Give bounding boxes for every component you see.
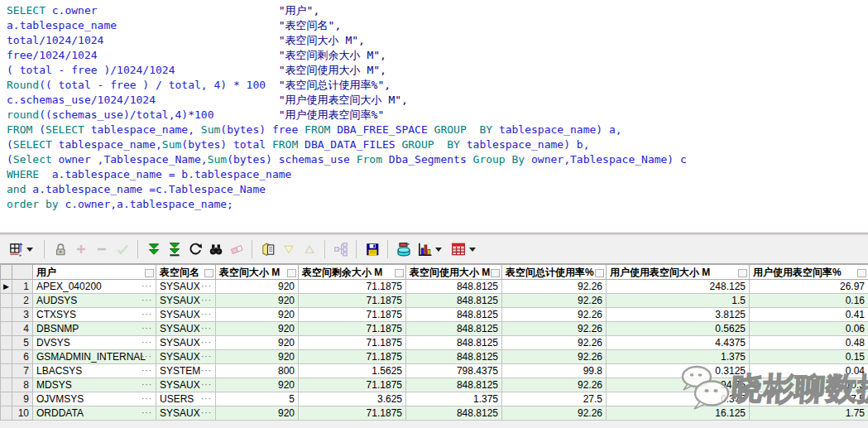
cell-value[interactable]: 3.8125 (607, 308, 750, 322)
fetch-all-button[interactable] (164, 239, 185, 260)
cell-user[interactable]: ···ORDDATA (33, 406, 156, 421)
cell-value[interactable]: 848.8125 (406, 406, 502, 421)
cell-value[interactable]: 26.97 (750, 280, 868, 294)
cell-value[interactable]: 800 (216, 364, 299, 378)
cell-tablespace[interactable]: ···SYSAUX (156, 406, 216, 421)
cell-ellipsis-button[interactable]: ··· (201, 294, 212, 307)
cell-ellipsis-button[interactable]: ··· (201, 308, 212, 321)
cell-value[interactable]: 920 (216, 294, 299, 308)
column-sort-box[interactable] (287, 269, 296, 277)
row-number-cell[interactable]: 10 (12, 406, 33, 421)
data-grid-dropdown-arrow-icon[interactable] (469, 248, 476, 255)
cell-value[interactable]: 0.41 (750, 308, 868, 322)
cell-value[interactable]: 920 (216, 308, 299, 322)
cell-value[interactable]: 71.1875 (299, 336, 406, 350)
column-header-7[interactable]: 用户使用表空间大小 M (607, 265, 750, 280)
cell-value[interactable]: 94.75 (607, 378, 750, 392)
row-number-cell[interactable]: 2 (12, 294, 33, 308)
cell-value[interactable]: 92.26 (502, 336, 607, 350)
row-number-cell[interactable]: 7 (12, 364, 33, 378)
cell-value[interactable]: 1.5625 (299, 364, 406, 378)
cell-value[interactable]: 92.26 (502, 350, 607, 364)
cell-value[interactable]: 71.1875 (299, 378, 406, 392)
cell-ellipsis-button[interactable]: ··· (141, 364, 152, 378)
sql-query-text[interactable]: SELECT c.owner "用户",a.tablespace_name "表… (0, 0, 868, 212)
chart-dropdown-arrow-icon[interactable] (435, 248, 442, 255)
row-number-cell[interactable]: 6 (12, 350, 33, 364)
data-grid-button[interactable] (448, 239, 468, 260)
cell-value[interactable]: 71.1875 (299, 322, 406, 336)
cell-value[interactable]: 92.26 (502, 322, 607, 336)
cell-value[interactable]: 920 (216, 322, 299, 336)
cell-value[interactable]: 99.8 (502, 364, 607, 378)
cell-value[interactable]: 920 (216, 336, 299, 350)
column-header-2[interactable]: 表空间名 (156, 265, 216, 280)
cell-value[interactable]: 0.15 (750, 350, 868, 364)
cell-ellipsis-button[interactable]: ··· (141, 336, 152, 349)
cell-value[interactable]: 0.48 (750, 336, 868, 350)
cell-tablespace[interactable]: ···SYSAUX (156, 280, 216, 294)
cell-value[interactable]: 848.8125 (406, 336, 502, 350)
grid-options-dropdown-arrow-icon[interactable] (26, 248, 33, 255)
cell-ellipsis-button[interactable]: ··· (141, 392, 152, 406)
cell-value[interactable]: 5 (216, 392, 299, 406)
row-number-cell[interactable]: 3 (12, 308, 33, 322)
cell-value[interactable]: 92.26 (502, 406, 607, 421)
cell-value[interactable]: 1.5 (607, 294, 750, 308)
cell-ellipsis-button[interactable]: ··· (141, 294, 152, 307)
cell-ellipsis-button[interactable]: ··· (141, 378, 152, 392)
cell-value[interactable]: 0.3125 (607, 364, 750, 378)
cell-user[interactable]: ···CTXSYS (33, 308, 156, 322)
cell-value[interactable]: 848.8125 (406, 322, 502, 336)
cell-value[interactable]: 848.8125 (406, 280, 502, 294)
cell-value[interactable]: 848.8125 (406, 350, 502, 364)
cell-value[interactable]: 848.8125 (406, 378, 502, 392)
cell-ellipsis-button[interactable]: ··· (201, 364, 212, 378)
save-results-button[interactable] (362, 239, 382, 260)
cell-ellipsis-button[interactable]: ··· (201, 280, 212, 293)
row-number-cell[interactable]: 9 (12, 392, 33, 406)
cell-value[interactable]: 0.375 (607, 392, 750, 406)
cell-value[interactable]: 92.26 (502, 378, 607, 392)
cell-value[interactable]: 71.1875 (299, 406, 406, 421)
fetch-next-page-button[interactable] (143, 239, 164, 260)
cell-user[interactable]: ···LBACSYS (33, 364, 156, 378)
cell-user[interactable]: ···DVSYS (33, 336, 156, 350)
column-header-8[interactable]: 用户使用表空间率% (750, 265, 868, 280)
cell-value[interactable]: 0.16 (750, 294, 868, 308)
cell-ellipsis-button[interactable]: ··· (141, 406, 152, 420)
column-header-3[interactable]: 表空间大小 M (216, 265, 299, 280)
cell-ellipsis-button[interactable]: ··· (201, 378, 212, 392)
cell-ellipsis-button[interactable]: ··· (141, 280, 152, 293)
cell-value[interactable]: 4.4375 (607, 336, 750, 350)
column-sort-box[interactable] (491, 269, 500, 277)
column-header-1[interactable]: 用户 (33, 265, 156, 280)
cell-value[interactable]: 0.5625 (607, 322, 750, 336)
cell-value[interactable]: 71.1875 (299, 294, 406, 308)
cell-ellipsis-button[interactable]: ··· (201, 392, 212, 406)
cell-tablespace[interactable]: ···SYSAUX (156, 294, 216, 308)
column-sort-box[interactable] (145, 269, 154, 277)
cell-value[interactable]: 92.26 (502, 280, 607, 294)
cell-value[interactable]: 920 (216, 406, 299, 421)
column-sort-box[interactable] (204, 269, 213, 277)
row-number-cell[interactable]: 8 (12, 378, 33, 392)
cell-user[interactable]: ···DBSNMP (33, 322, 156, 336)
sql-editor[interactable]: SELECT c.owner "用户",a.tablespace_name "表… (0, 0, 868, 233)
cell-value[interactable]: 10.3 (750, 378, 868, 392)
cell-value[interactable]: 92.26 (502, 308, 607, 322)
cell-user[interactable]: ···MDSYS (33, 378, 156, 392)
cell-user[interactable]: ···GSMADMIN_INTERNAL (33, 350, 156, 364)
chart-button[interactable] (414, 239, 434, 260)
cell-value[interactable]: 16.125 (607, 406, 750, 421)
column-header-6[interactable]: 表空间总计使用率% (502, 265, 607, 280)
cell-value[interactable]: 92.26 (502, 294, 607, 308)
row-number-cell[interactable]: 1 (12, 280, 33, 294)
find-button[interactable] (205, 239, 226, 260)
cell-value[interactable]: 27.5 (502, 392, 607, 406)
cell-tablespace[interactable]: ···SYSAUX (156, 350, 216, 364)
cell-ellipsis-button[interactable]: ··· (141, 322, 152, 335)
export-data-button[interactable] (393, 239, 414, 260)
cell-user[interactable]: ···OJVMSYS (33, 392, 156, 406)
cell-value[interactable]: 1.375 (607, 350, 750, 364)
